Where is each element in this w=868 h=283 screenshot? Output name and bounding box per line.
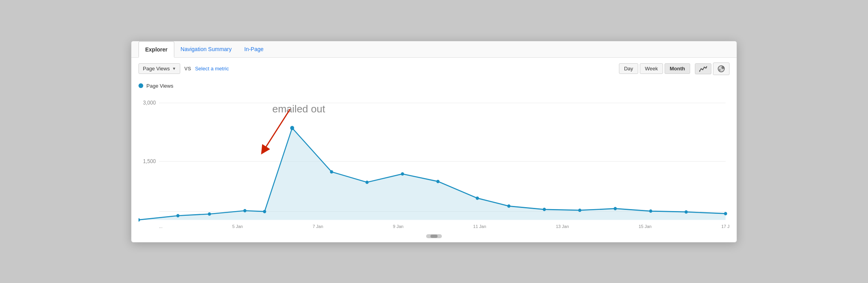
chart-svg: 3,000 1,500 — [139, 90, 729, 224]
svg-point-2 — [702, 69, 704, 70]
tab-in-page[interactable]: In-Page — [238, 41, 270, 57]
svg-text:3,000: 3,000 — [143, 99, 156, 105]
chart-wrapper: emailed out 3,000 1,500 — [139, 90, 729, 224]
line-chart-icon — [699, 66, 707, 72]
x-label-1: 5 Jan — [232, 224, 243, 229]
svg-point-30 — [543, 208, 546, 211]
toolbar-left: Page Views ▼ VS Select a metric — [139, 63, 229, 74]
svg-point-25 — [366, 180, 369, 184]
x-label-2: 7 Jan — [312, 224, 323, 229]
svg-point-35 — [724, 212, 727, 215]
chart-area: Page Views emailed out 3, — [131, 80, 737, 229]
svg-marker-17 — [139, 128, 726, 220]
metric-label: Page Views — [143, 66, 170, 72]
svg-point-1 — [701, 68, 702, 69]
svg-point-20 — [208, 212, 211, 216]
svg-point-21 — [243, 209, 246, 212]
svg-point-8 — [722, 66, 724, 69]
svg-point-19 — [176, 214, 179, 217]
svg-point-28 — [476, 196, 479, 200]
chart-legend: Page Views — [139, 80, 729, 90]
svg-point-18 — [139, 218, 140, 222]
svg-point-34 — [685, 210, 688, 213]
svg-point-24 — [330, 170, 333, 173]
svg-point-3 — [704, 66, 705, 68]
scrollbar-area — [131, 232, 737, 242]
pie-chart-button[interactable] — [713, 62, 729, 75]
x-label-4: 11 Jan — [473, 224, 486, 229]
tab-explorer[interactable]: Explorer — [139, 41, 174, 58]
metric-dropdown[interactable]: Page Views ▼ — [139, 63, 180, 74]
tab-bar: Explorer Navigation Summary In-Page — [131, 41, 737, 58]
vs-label: VS — [184, 66, 191, 72]
dropdown-arrow-icon: ▼ — [172, 66, 176, 71]
x-label-7: 17 J — [721, 224, 729, 229]
week-button[interactable]: Week — [640, 63, 663, 74]
svg-point-27 — [436, 180, 440, 183]
x-label-3: 9 Jan — [393, 224, 403, 229]
month-button[interactable]: Month — [665, 63, 690, 74]
x-axis-labels: ... 5 Jan 7 Jan 9 Jan 11 Jan 13 Jan 15 J… — [139, 224, 729, 229]
scrollbar-thumb[interactable] — [430, 235, 438, 238]
x-label-5: 13 Jan — [556, 224, 569, 229]
scrollbar-track[interactable] — [426, 234, 442, 238]
svg-point-9 — [719, 69, 721, 71]
legend-dot — [139, 83, 143, 88]
toolbar: Page Views ▼ VS Select a metric Day Week… — [131, 58, 737, 80]
analytics-card: Explorer Navigation Summary In-Page Page… — [131, 41, 737, 243]
svg-point-22 — [263, 209, 266, 213]
line-chart-button[interactable] — [695, 63, 711, 74]
svg-point-31 — [578, 208, 581, 212]
tab-navigation-summary[interactable]: Navigation Summary — [174, 41, 238, 57]
svg-point-32 — [614, 207, 617, 210]
toolbar-right: Day Week Month — [619, 62, 729, 75]
svg-text:1,500: 1,500 — [143, 158, 156, 164]
svg-point-33 — [649, 209, 652, 213]
svg-point-26 — [401, 172, 404, 176]
svg-point-4 — [705, 67, 707, 68]
legend-label: Page Views — [146, 83, 173, 89]
x-label-6: 15 Jan — [639, 224, 652, 229]
svg-point-29 — [507, 204, 510, 208]
pie-chart-icon — [717, 65, 725, 73]
day-button[interactable]: Day — [619, 63, 638, 74]
select-metric-link[interactable]: Select a metric — [195, 66, 229, 72]
x-label-0: ... — [159, 224, 163, 229]
svg-point-23 — [290, 126, 294, 130]
